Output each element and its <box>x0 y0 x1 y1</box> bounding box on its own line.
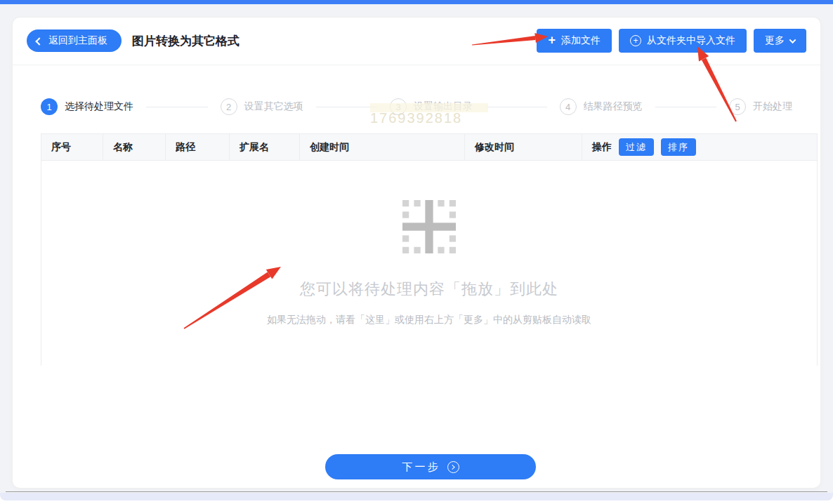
column-header-name: 名称 <box>103 134 166 160</box>
file-table: 序号 名称 路径 扩展名 创建时间 修改时间 操作 过滤 排序 <box>41 133 818 366</box>
step-label: 选择待处理文件 <box>65 100 133 113</box>
step-output-dir[interactable]: 3 设置输出目录 <box>390 98 473 115</box>
step-label: 设置输出目录 <box>414 100 473 113</box>
step-result-preview[interactable]: 4 结果路径预览 <box>560 98 643 115</box>
step-number-badge: 4 <box>560 98 577 115</box>
more-label: 更多 <box>765 34 785 47</box>
drop-zone-sub-text: 如果无法拖动，请看「这里」或使用右上方「更多」中的从剪贴板自动读取 <box>267 314 591 326</box>
sort-button[interactable]: 排序 <box>661 138 696 156</box>
step-connector <box>485 107 547 107</box>
header-actions: + 添加文件 + 从文件夹中导入文件 更多 <box>537 29 806 53</box>
step-connector <box>316 107 378 107</box>
next-circle-icon <box>447 461 459 473</box>
add-files-label: 添加文件 <box>561 34 601 47</box>
header-divider <box>13 65 820 65</box>
column-header-created: 创建时间 <box>300 134 465 160</box>
actions-label: 操作 <box>592 141 612 154</box>
plus-icon: + <box>548 34 556 46</box>
drop-target-icon <box>402 200 456 253</box>
column-header-actions: 操作 过滤 排序 <box>582 134 817 160</box>
panel-header: 返回到主面板 图片转换为其它格式 + 添加文件 + 从文件夹中导入文件 更多 <box>13 18 820 65</box>
column-header-path: 路径 <box>166 134 230 160</box>
step-label: 设置其它选项 <box>244 100 303 113</box>
next-step-label: 下一步 <box>402 460 440 474</box>
wizard-steps: 1 选择待处理文件 2 设置其它选项 3 设置输出目录 4 结果路径预览 5 开… <box>41 96 792 117</box>
step-label: 开始处理 <box>753 100 792 113</box>
file-table-header: 序号 名称 路径 扩展名 创建时间 修改时间 操作 过滤 排序 <box>41 134 817 161</box>
chevron-down-icon <box>789 37 796 44</box>
back-button-label: 返回到主面板 <box>48 34 107 47</box>
more-dropdown-button[interactable]: 更多 <box>754 29 806 53</box>
next-step-button[interactable]: 下一步 <box>325 454 536 479</box>
import-from-folder-button[interactable]: + 从文件夹中导入文件 <box>619 29 747 53</box>
step-number-badge: 3 <box>390 98 407 115</box>
filter-button[interactable]: 过滤 <box>619 138 654 156</box>
import-folder-label: 从文件夹中导入文件 <box>647 34 735 47</box>
drop-zone[interactable]: 您可以将待处理内容「拖放」到此处 如果无法拖动，请看「这里」或使用右上方「更多」… <box>41 161 817 366</box>
back-to-dashboard-button[interactable]: 返回到主面板 <box>27 29 122 52</box>
step-label: 结果路径预览 <box>584 100 643 113</box>
step-start-processing[interactable]: 5 开始处理 <box>729 98 792 115</box>
step-number-badge: 1 <box>41 98 58 115</box>
step-number-badge: 5 <box>729 98 746 115</box>
footer-accent-band <box>0 493 833 500</box>
add-files-button[interactable]: + 添加文件 <box>537 29 612 53</box>
step-connector <box>146 107 208 107</box>
step-select-files[interactable]: 1 选择待处理文件 <box>41 98 133 115</box>
step-connector <box>655 107 717 107</box>
column-header-index: 序号 <box>41 134 103 160</box>
drop-zone-main-text: 您可以将待处理内容「拖放」到此处 <box>300 279 558 300</box>
column-header-modified: 修改时间 <box>465 134 582 160</box>
step-set-options[interactable]: 2 设置其它选项 <box>221 98 303 115</box>
main-panel: 返回到主面板 图片转换为其它格式 + 添加文件 + 从文件夹中导入文件 更多 <box>13 18 820 488</box>
column-header-extension: 扩展名 <box>230 134 300 160</box>
chevron-left-icon <box>35 37 43 45</box>
footer-divider-line <box>6 491 827 492</box>
page-title: 图片转换为其它格式 <box>132 33 240 49</box>
circle-plus-icon: + <box>630 35 641 46</box>
step-number-badge: 2 <box>221 98 237 115</box>
